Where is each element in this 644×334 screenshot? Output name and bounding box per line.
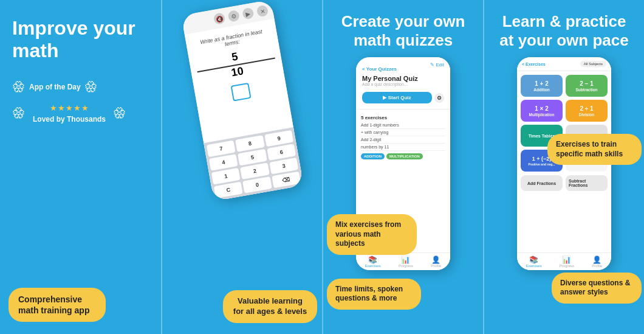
callout-valuable: Valuable learning for all ages & levels — [223, 290, 317, 323]
callout-diverse: Diverse questions & answer styles — [552, 273, 642, 304]
quiz-back-button[interactable]: < Your Quizzes — [362, 66, 397, 72]
laurel-right-1: 🏵 — [84, 80, 98, 94]
badge-app-of-day: 🏵 App of the Day 🏵 — [12, 80, 98, 94]
more-exercises-grid: Add Fractions Subtract Fractions — [517, 175, 611, 215]
app-of-day-label: App of the Day — [29, 83, 81, 91]
card-subtract-fractions[interactable]: Subtract Fractions — [566, 175, 608, 191]
panel-1: Improve your math 🏵 App of the Day 🏵 🏵 ★… — [0, 0, 161, 334]
laurel-left-1: 🏵 — [12, 80, 26, 94]
callout-time: Time limits, spoken questions & more — [327, 279, 421, 310]
quiz-edit-button[interactable]: ✎ Edit — [430, 62, 444, 68]
phone4-nav-profile[interactable]: 👤 Profile — [592, 256, 602, 268]
laurel-right-2: 🏵 — [113, 106, 126, 120]
quiz-bottom-nav: 📚 Exercises 📊 Progress 👤 Profile — [356, 252, 450, 270]
exercises-back-button[interactable]: < Exercises — [522, 62, 546, 66]
progress-nav-icon: 📊 — [401, 256, 410, 264]
nav-exercises[interactable]: 📚 Exercises — [365, 256, 381, 268]
phone4-nav-progress[interactable]: 📊 Progress — [560, 256, 574, 268]
quiz-title: My Personal Quiz — [362, 75, 444, 82]
key-c[interactable]: C — [213, 181, 242, 198]
exercise-item-4: numbers by 11 — [361, 144, 445, 151]
callout-exercises: Exercises to train specific math skills — [547, 134, 642, 165]
loved-badge: ★★★★★ Loved by Thousands — [29, 102, 109, 124]
answer-box[interactable] — [230, 83, 251, 102]
panel-3-title: Create your own math quizzes — [323, 0, 483, 57]
stars: ★★★★★ — [50, 103, 89, 113]
speaker-icon: 🔇 — [213, 12, 225, 25]
exercise-chips: ADDITION MULTIPLICATION — [361, 153, 445, 159]
panel-3: Create your own math quizzes < Your Quiz… — [322, 0, 483, 334]
exercises-nav-icon: 📚 — [368, 256, 377, 264]
card-add-fractions[interactable]: Add Fractions — [521, 175, 563, 191]
start-btn-row: ▶ Start Quiz ⚙ — [362, 89, 444, 106]
forward-icon: ▶ — [241, 7, 254, 20]
card-division[interactable]: 2 ÷ 1 Division — [566, 100, 608, 122]
card-multiplication[interactable]: 1 × 2 Multiplication — [521, 100, 563, 122]
close-icon: ✕ — [256, 5, 269, 18]
panel-2: 🔇 ⚙ ▶ ✕ Write as a fraction in least ter… — [161, 0, 322, 334]
card-addition[interactable]: 1 + 2 Addition — [521, 75, 563, 97]
quiz-header: < Your Quizzes ✎ Edit My Personal Quiz A… — [356, 57, 450, 110]
chip-multiplication: MULTIPLICATION — [386, 153, 423, 159]
exercises-count: 5 exercises — [361, 115, 445, 120]
subject-dropdown[interactable]: All Subjects — [580, 61, 606, 67]
phone4-exercises-icon: 📚 — [529, 256, 538, 264]
quiz-desc: Add a quiz description... — [362, 82, 444, 86]
laurel-left-2: 🏵 — [12, 106, 26, 120]
phone-mock-2: 🔇 ⚙ ▶ ✕ Write as a fraction in least ter… — [181, 0, 304, 201]
panel-4-title: Learn & practice at your own pace — [484, 0, 644, 57]
phone4-progress-icon: 📊 — [562, 256, 571, 264]
start-quiz-button[interactable]: ▶ Start Quiz — [362, 92, 432, 103]
quiz-gear-icon[interactable]: ⚙ — [434, 93, 444, 103]
settings-icon: ⚙ — [227, 10, 240, 23]
loved-label: Loved by Thousands — [33, 115, 106, 124]
key-backspace[interactable]: ⌫ — [272, 172, 301, 189]
nav-profile[interactable]: 👤 Profile — [431, 256, 441, 268]
exercise-item-1: Add 1-digit numbers — [361, 122, 445, 129]
badge-loved: 🏵 ★★★★★ Loved by Thousands 🏵 — [12, 102, 126, 124]
exercise-item-2: + with carrying — [361, 129, 445, 136]
phone4-bottom-nav: 📚 Exercises 📊 Progress 👤 Profile — [517, 252, 611, 270]
key-0[interactable]: 0 — [242, 176, 272, 193]
profile-nav-icon: 👤 — [431, 256, 440, 264]
nav-progress[interactable]: 📊 Progress — [399, 256, 413, 268]
card-subtraction[interactable]: 2 − 1 Subtraction — [566, 75, 608, 97]
callout-comprehensive: Comprehensive math training app — [9, 288, 106, 322]
phone4-nav-exercises[interactable]: 📚 Exercises — [526, 256, 542, 268]
callout-mix: Mix exercises from various math subjects — [327, 214, 417, 255]
panel-4: Learn & practice at your own pace < Exer… — [483, 0, 644, 334]
panel-1-title: Improve your math — [12, 17, 149, 62]
exercises-header: < Exercises All Subjects — [517, 57, 611, 71]
chip-addition: ADDITION — [361, 153, 385, 159]
exercise-item-3: Add 2-digit — [361, 136, 445, 144]
phone4-profile-icon: 👤 — [592, 256, 601, 264]
